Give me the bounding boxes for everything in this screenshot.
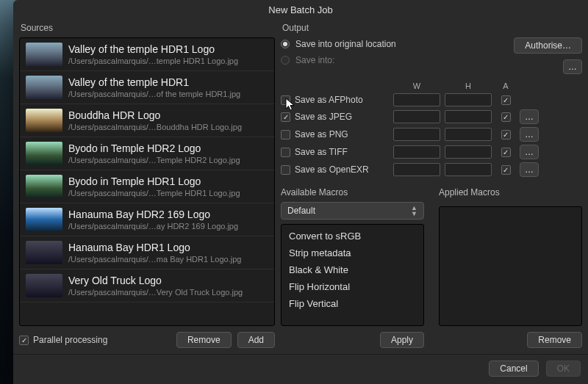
dialog-buttons: Cancel OK xyxy=(13,354,588,384)
cancel-button[interactable]: Cancel xyxy=(489,361,538,377)
applied-macros-list[interactable] xyxy=(439,206,582,326)
applied-macros-col: Applied Macros Remove xyxy=(439,187,582,348)
aspect-checkbox[interactable]: ✓ xyxy=(501,165,511,175)
aspect-checkbox[interactable]: ✓ xyxy=(501,112,511,122)
checkbox-icon: ✓ xyxy=(281,112,290,122)
format-options-button[interactable]: … xyxy=(520,162,539,177)
sources-list[interactable]: Valley of the temple HDR1 Logo/Users/pas… xyxy=(19,37,275,326)
source-thumbnail xyxy=(26,175,62,198)
format-checkbox[interactable]: Save as TIFF xyxy=(281,147,391,157)
source-path: /Users/pascalmarquis/…Bouddha HDR Logo.j… xyxy=(68,123,268,131)
source-title: Byodo in Temple HDR1 Logo xyxy=(68,175,268,187)
source-text: Valley of the temple HDR1/Users/pascalma… xyxy=(68,76,268,98)
aspect-checkbox[interactable]: ✓ xyxy=(501,148,511,157)
macro-item[interactable]: Convert to sRGB xyxy=(282,228,423,244)
source-thumbnail xyxy=(26,43,62,66)
applied-macros-label: Applied Macros xyxy=(439,187,582,198)
source-row[interactable]: Hanauma Bay HDR2 169 Logo/Users/pascalma… xyxy=(20,203,274,236)
output-destination: Save into original location Save into: A… xyxy=(281,37,582,74)
source-path: /Users/pascalmarquis/…Temple HDR1 Logo.j… xyxy=(68,189,268,198)
parallel-processing-label: Parallel processing xyxy=(33,335,107,345)
format-name: Save as OpenEXR xyxy=(295,164,369,175)
source-title: Hanauma Bay HDR1 Logo xyxy=(68,242,268,253)
col-a: A xyxy=(494,81,517,90)
format-row: ✓Save as JPEG✓… xyxy=(281,109,582,124)
macros-section: Available Macros Default ▲▼ Convert to s… xyxy=(281,187,582,348)
authorise-button[interactable]: Authorise… xyxy=(514,37,582,54)
parallel-processing-checkbox[interactable]: ✓ Parallel processing xyxy=(19,335,107,345)
source-title: Byodo in Temple HDR2 Logo xyxy=(68,142,268,154)
browse-folder-button[interactable]: … xyxy=(563,59,582,74)
height-input[interactable] xyxy=(445,93,492,106)
sources-panel: Sources Valley of the temple HDR1 Logo/U… xyxy=(19,20,275,348)
format-header: W H A xyxy=(281,81,582,90)
height-input[interactable] xyxy=(445,163,492,176)
width-input[interactable] xyxy=(393,93,440,106)
macro-category-select[interactable]: Default ▲▼ xyxy=(281,202,424,220)
source-path: /Users/pascalmarquis/…of the temple HDR1… xyxy=(68,90,268,98)
aspect-checkbox[interactable]: ✓ xyxy=(501,95,511,105)
format-checkbox[interactable]: Save as PNG xyxy=(281,129,391,140)
save-into-label: Save into: xyxy=(295,55,334,65)
checkbox-icon xyxy=(281,165,290,175)
source-title: Valley of the temple HDR1 Logo xyxy=(68,43,268,55)
width-input[interactable] xyxy=(393,163,440,176)
source-text: Valley of the temple HDR1 Logo/Users/pas… xyxy=(68,43,268,65)
format-checkbox[interactable]: Save as AFPhoto xyxy=(281,95,391,105)
source-thumbnail xyxy=(26,142,62,165)
add-source-button[interactable]: Add xyxy=(237,332,275,348)
source-thumbnail xyxy=(26,241,62,264)
save-into-radio[interactable]: Save into: xyxy=(281,55,396,65)
remove-source-button[interactable]: Remove xyxy=(176,332,232,348)
macro-category-value: Default xyxy=(287,206,315,216)
format-options-button[interactable]: … xyxy=(520,145,539,159)
apply-macro-button[interactable]: Apply xyxy=(380,332,424,348)
source-path: /Users/pascalmarquis/…Temple HDR2 Logo.j… xyxy=(68,156,268,164)
macro-item[interactable]: Black & White xyxy=(282,261,423,278)
format-table: W H A Save as AFPhoto✓✓Save as JPEG✓…Sav… xyxy=(281,81,582,177)
source-row[interactable]: Byodo in Temple HDR2 Logo/Users/pascalma… xyxy=(20,137,274,170)
radio-icon xyxy=(281,56,290,65)
format-options-button[interactable]: … xyxy=(520,109,539,124)
save-original-label: Save into original location xyxy=(295,39,396,49)
width-input[interactable] xyxy=(393,145,440,159)
source-thumbnail xyxy=(26,274,62,297)
source-row[interactable]: Valley of the temple HDR1/Users/pascalma… xyxy=(20,71,274,104)
format-checkbox[interactable]: Save as OpenEXR xyxy=(281,164,391,175)
macro-item[interactable]: Strip metadata xyxy=(282,244,423,261)
batch-job-window: New Batch Job Sources Valley of the temp… xyxy=(13,0,588,384)
source-row[interactable]: Byodo in Temple HDR1 Logo/Users/pascalma… xyxy=(20,170,274,203)
format-checkbox[interactable]: ✓Save as JPEG xyxy=(281,112,391,122)
format-name: Save as JPEG xyxy=(295,112,352,122)
height-input[interactable] xyxy=(445,110,492,123)
updown-icon: ▲▼ xyxy=(411,205,417,217)
source-row[interactable]: Valley of the temple HDR1 Logo/Users/pas… xyxy=(20,38,274,71)
source-text: Bouddha HDR Logo/Users/pascalmarquis/…Bo… xyxy=(68,109,268,131)
format-row: Save as TIFF✓… xyxy=(281,145,582,159)
source-title: Very Old Truck Logo xyxy=(68,275,268,286)
ok-button[interactable]: OK xyxy=(546,361,581,377)
source-path: /Users/pascalmarquis/…ay HDR2 169 Logo.j… xyxy=(68,222,268,231)
source-row[interactable]: Bouddha HDR Logo/Users/pascalmarquis/…Bo… xyxy=(20,104,274,137)
source-text: Very Old Truck Logo/Users/pascalmarquis/… xyxy=(68,275,268,297)
available-macros-label: Available Macros xyxy=(281,187,424,198)
format-options-button[interactable]: … xyxy=(520,127,539,142)
format-name: Save as PNG xyxy=(295,129,348,140)
col-w: W xyxy=(391,81,442,90)
width-input[interactable] xyxy=(393,128,440,141)
format-name: Save as TIFF xyxy=(295,147,348,157)
source-row[interactable]: Hanauma Bay HDR1 Logo/Users/pascalmarqui… xyxy=(20,236,274,269)
height-input[interactable] xyxy=(445,145,492,159)
height-input[interactable] xyxy=(445,128,492,141)
aspect-checkbox[interactable]: ✓ xyxy=(501,130,511,140)
width-input[interactable] xyxy=(393,110,440,123)
source-path: /Users/pascalmarquis/…ma Bay HDR1 Logo.j… xyxy=(68,255,268,264)
remove-macro-button[interactable]: Remove xyxy=(527,332,582,348)
source-title: Bouddha HDR Logo xyxy=(68,109,268,121)
source-row[interactable]: Very Old Truck Logo/Users/pascalmarquis/… xyxy=(20,269,274,303)
macro-item[interactable]: Flip Vertical xyxy=(282,295,423,312)
macro-item[interactable]: Flip Horizontal xyxy=(282,278,423,295)
available-macros-list[interactable]: Convert to sRGBStrip metadataBlack & Whi… xyxy=(281,224,424,326)
source-title: Valley of the temple HDR1 xyxy=(68,76,268,88)
save-original-radio[interactable]: Save into original location xyxy=(281,39,396,49)
